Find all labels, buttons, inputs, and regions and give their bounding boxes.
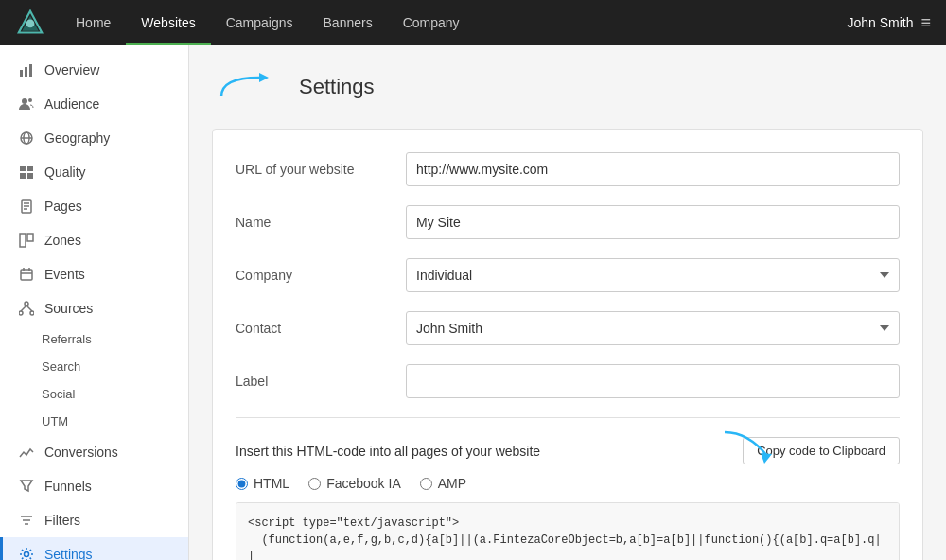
back-arrow-icon: [212, 68, 288, 106]
radio-html[interactable]: HTML: [236, 476, 289, 491]
sidebar-item-filters-label: Filters: [44, 513, 80, 528]
sidebar-sub-social-label: Social: [42, 387, 75, 401]
zones-icon: [18, 232, 35, 249]
code-section-description: Insert this HTML-code into all pages of …: [236, 444, 540, 459]
nav-campaigns[interactable]: Campaigns: [211, 0, 308, 45]
sidebar-item-pages[interactable]: Pages: [0, 189, 188, 223]
sidebar-sub-utm[interactable]: UTM: [0, 408, 188, 435]
svg-rect-19: [20, 234, 26, 247]
arrow-icon: [720, 428, 777, 465]
sidebar-item-quality-label: Quality: [44, 165, 86, 180]
sidebar-item-audience-label: Audience: [44, 96, 99, 112]
sidebar-item-quality[interactable]: Quality: [0, 155, 188, 189]
sidebar-item-sources[interactable]: Sources: [0, 291, 188, 325]
svg-rect-14: [27, 173, 33, 179]
sidebar-sub-utm-label: UTM: [42, 414, 68, 429]
form-row-url: URL of your website: [236, 152, 900, 186]
nav-home[interactable]: Home: [61, 0, 126, 45]
form-row-contact: Contact John Smith: [236, 311, 900, 345]
sidebar-item-geography-label: Geography: [44, 131, 110, 146]
svg-point-7: [28, 98, 32, 102]
svg-rect-20: [27, 234, 33, 241]
code-type-radio-group: HTML Facebook IA AMP: [236, 476, 900, 491]
sidebar-item-funnels[interactable]: Funnels: [0, 469, 188, 503]
sidebar-item-filters[interactable]: Filters: [0, 503, 188, 537]
file-icon: [18, 198, 35, 215]
sidebar-item-geography[interactable]: Geography: [0, 121, 188, 155]
svg-point-33: [25, 552, 29, 557]
sidebar-item-sources-label: Sources: [44, 301, 93, 316]
sidebar-item-events-label: Events: [44, 267, 85, 282]
logo[interactable]: [15, 8, 45, 38]
name-input[interactable]: [406, 205, 900, 239]
user-name: John Smith: [847, 15, 913, 30]
sidebar-sub-referrals-label: Referrals: [42, 332, 92, 346]
svg-rect-4: [25, 67, 27, 77]
topnav: Home Websites Campaigns Banners Company …: [0, 0, 946, 45]
page-header: Settings: [212, 68, 923, 106]
name-label: Name: [236, 215, 406, 230]
form-row-label: Label: [236, 364, 900, 398]
main-content: Settings URL of your website Name Compan…: [189, 45, 946, 560]
divider: [236, 417, 900, 418]
url-label: URL of your website: [236, 162, 406, 177]
sidebar-item-conversions[interactable]: Conversions: [0, 435, 188, 469]
page-title: Settings: [299, 75, 375, 99]
svg-line-28: [21, 306, 26, 311]
sidebar-sub-search-label: Search: [42, 359, 80, 374]
sidebar-item-events[interactable]: Events: [0, 257, 188, 291]
company-label: Company: [236, 268, 406, 283]
chart-icon: [18, 61, 35, 79]
people-icon: [18, 96, 35, 113]
sidebar-item-settings[interactable]: Settings: [0, 537, 188, 560]
sidebar-item-overview-label: Overview: [44, 62, 99, 78]
sidebar-sub-search[interactable]: Search: [0, 353, 188, 380]
svg-rect-11: [20, 166, 26, 171]
settings-card: URL of your website Name Company Individ…: [212, 129, 923, 560]
nav-websites[interactable]: Websites: [126, 0, 210, 45]
sidebar-sub-social[interactable]: Social: [0, 380, 188, 408]
code-section-header: Insert this HTML-code into all pages of …: [236, 437, 900, 464]
form-row-company: Company Individual Company: [236, 258, 900, 292]
radio-facebook[interactable]: Facebook IA: [308, 476, 401, 491]
user-menu-icon: ≡: [920, 13, 931, 33]
user-menu[interactable]: John Smith ≡: [847, 13, 931, 33]
svg-point-2: [26, 20, 35, 28]
funnels-icon: [18, 478, 35, 495]
sidebar-item-settings-label: Settings: [44, 547, 93, 560]
svg-rect-3: [20, 70, 23, 77]
svg-rect-5: [29, 64, 32, 77]
sidebar: Overview Audience Geography Quality Page…: [0, 45, 189, 560]
sidebar-item-overview[interactable]: Overview: [0, 53, 188, 87]
sidebar-item-funnels-label: Funnels: [44, 479, 92, 494]
sidebar-sub-referrals[interactable]: Referrals: [0, 325, 188, 353]
sidebar-item-pages-label: Pages: [44, 199, 82, 214]
code-box: <script type="text/javascript"> (functio…: [236, 502, 900, 560]
label-input[interactable]: [406, 364, 900, 398]
contact-label: Contact: [236, 321, 406, 336]
settings-icon: [18, 546, 35, 560]
nav-banners[interactable]: Banners: [308, 0, 388, 45]
url-input[interactable]: [406, 152, 900, 186]
company-select[interactable]: Individual Company: [406, 258, 900, 292]
nav-company[interactable]: Company: [388, 0, 475, 45]
contact-select[interactable]: John Smith: [406, 311, 900, 345]
svg-point-6: [22, 98, 27, 104]
sidebar-item-audience[interactable]: Audience: [0, 87, 188, 121]
svg-point-25: [25, 302, 28, 306]
topnav-links: Home Websites Campaigns Banners Company: [61, 0, 847, 45]
sidebar-item-zones[interactable]: Zones: [0, 223, 188, 257]
svg-line-29: [26, 306, 32, 311]
globe-icon: [18, 130, 35, 147]
svg-marker-35: [761, 453, 772, 464]
radio-amp[interactable]: AMP: [420, 476, 466, 491]
conversions-icon: [18, 444, 35, 461]
grid-icon: [18, 164, 35, 181]
filters-icon: [18, 512, 35, 529]
sidebar-item-zones-label: Zones: [44, 233, 81, 248]
svg-marker-34: [259, 73, 269, 82]
label-label: Label: [236, 374, 406, 389]
svg-rect-21: [21, 270, 32, 280]
svg-point-26: [19, 311, 23, 315]
form-row-name: Name: [236, 205, 900, 239]
